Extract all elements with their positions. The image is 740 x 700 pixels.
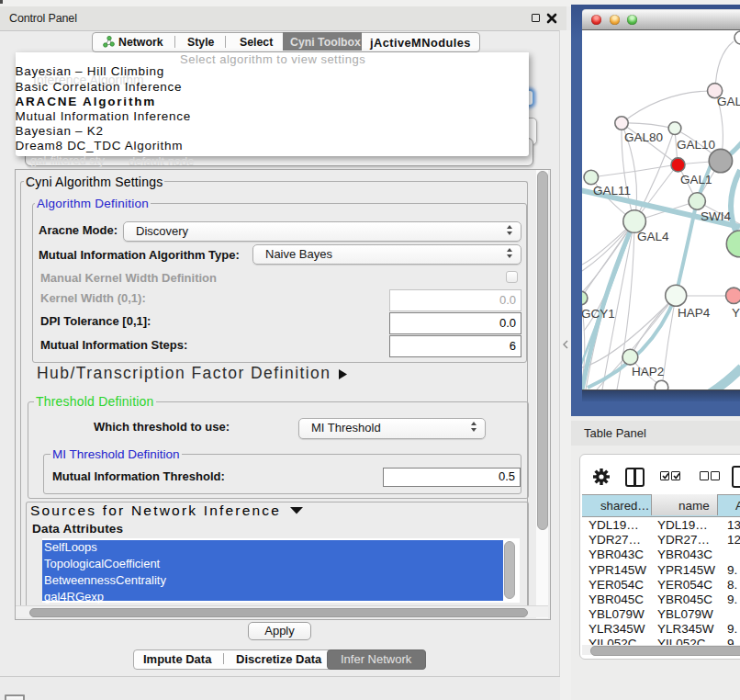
svg-text:Y: Y <box>732 306 740 320</box>
svg-text:GAL10: GAL10 <box>677 138 715 152</box>
svg-text:GAL11: GAL11 <box>593 184 631 198</box>
svg-text:GAL2: GAL2 <box>717 95 740 108</box>
svg-text:HAP2: HAP2 <box>632 365 664 378</box>
svg-text:GAL1: GAL1 <box>680 173 712 186</box>
svg-text:SWI4: SWI4 <box>701 209 731 223</box>
svg-text:GCY1: GCY1 <box>582 307 615 321</box>
svg-text:GAL4: GAL4 <box>637 230 669 243</box>
svg-text:HAP4: HAP4 <box>678 306 711 320</box>
svg-text:GAL80: GAL80 <box>624 130 663 144</box>
